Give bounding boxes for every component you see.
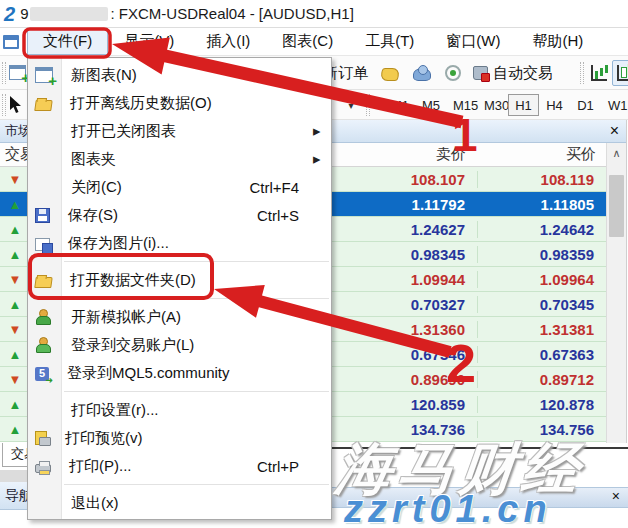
close-icon[interactable]: × (610, 121, 619, 141)
menu-item-label: 新图表(N) (71, 66, 137, 85)
price-direction-icon (0, 222, 30, 237)
menu-item-label: 打印预览(v) (65, 429, 143, 448)
file-menu-item[interactable]: 打开离线历史数据(O) (28, 89, 331, 117)
file-menu-item[interactable]: 保存为图片(i)... (28, 229, 331, 257)
file-menu-item[interactable]: 退出(x) (28, 489, 331, 517)
file-menu-item[interactable]: 打印设置(r)... (28, 396, 331, 424)
menu-bar: 文件(F) 显示(V) 插入(I) 图表(C) 工具(T) 窗口(W) 帮助(H… (0, 28, 628, 56)
close-icon[interactable]: × (612, 488, 620, 504)
file-menu-item[interactable]: 登录到MQL5.community (28, 359, 331, 387)
file-menu-item[interactable]: 图表夹 (28, 145, 331, 173)
file-menu-item[interactable]: 打开数据文件夹(D) (28, 266, 331, 294)
price-direction-icon (0, 272, 30, 287)
menu-item-icon (35, 464, 51, 473)
price-direction-icon (0, 247, 30, 262)
menu-item-label: 开新模拟帐户(A) (71, 308, 181, 327)
buy-price: 1.31381 (478, 321, 604, 338)
indicators-button[interactable] (376, 60, 404, 86)
buy-price: 0.98359 (478, 246, 604, 263)
buy-column-header[interactable]: 买价 (478, 145, 606, 164)
timeframe-button[interactable]: M15 (446, 94, 477, 116)
file-menu-item[interactable]: 新图表(N) (28, 61, 331, 89)
file-menu-dropdown: 新图表(N) 打开离线历史数据(O) 打开已关闭图表 图表夹 (27, 57, 332, 520)
title-bar: 2 9 : FXCM-USDReal04 - [AUDUSD,H1] (0, 0, 628, 28)
buy-price: 1.11805 (478, 196, 604, 213)
scrollbar-thumb[interactable] (609, 175, 624, 237)
candlestick-mode-button[interactable] (612, 60, 628, 86)
mql5-community-button[interactable] (408, 60, 436, 86)
buy-price: 0.70345 (478, 296, 604, 313)
file-menu-item[interactable]: 开新模拟帐户(A) (28, 303, 331, 331)
timeframe-button[interactable]: W1 (601, 94, 628, 116)
menu-item-icon (35, 67, 53, 83)
buy-price: 1.09964 (478, 271, 604, 288)
toolbar-grip[interactable] (2, 62, 6, 84)
menu-item-label: 图表夹 (71, 150, 116, 169)
autotrading-icon (473, 66, 488, 80)
menubar-item[interactable]: 帮助(H) (516, 28, 599, 55)
menu-item-label: 打开已关闭图表 (71, 122, 176, 141)
timeframe-button[interactable]: M5 (415, 94, 446, 116)
toolbar-dropdown-button[interactable]: ▾ (340, 98, 362, 114)
menubar-item[interactable]: 显示(V) (108, 28, 190, 55)
new-chart-icon[interactable] (9, 65, 26, 80)
menu-item-label: 关闭(C) (71, 178, 122, 197)
redacted-account-blur (30, 7, 108, 21)
menu-item-label: 打印(P)... (69, 457, 132, 476)
menu-item-icon (34, 277, 53, 288)
file-menu-item[interactable]: 关闭(C) Ctrl+F4 (28, 173, 331, 201)
buy-price: 108.119 (478, 171, 604, 188)
timeframe-button[interactable]: D1 (570, 94, 601, 116)
file-menu-item[interactable]: 保存(S) Ctrl+S (28, 201, 331, 229)
bar-chart-mode-button[interactable] (586, 60, 612, 86)
file-menu-item[interactable]: 打印(P)... Ctrl+P (28, 452, 331, 480)
terminal-header: × (300, 487, 628, 508)
menu-item-label: 保存为图片(i)... (68, 234, 169, 253)
options-button[interactable] (440, 60, 466, 86)
menu-item-icon (35, 431, 47, 445)
file-menu-item[interactable]: 登录到交易账户(L) (28, 331, 331, 359)
scroll-up-icon[interactable]: ∧ (607, 143, 626, 160)
menu-item-icon (35, 151, 53, 167)
window-title: : FXCM-USDReal04 - [AUDUSD,H1] (110, 5, 353, 22)
price-direction-icon (0, 172, 30, 187)
autotrading-button[interactable]: 自动交易 (468, 60, 558, 86)
buy-price: 0.67363 (478, 346, 604, 363)
toolbar-grip[interactable] (580, 62, 584, 84)
menubar-item[interactable]: 工具(T) (349, 28, 430, 55)
price-direction-icon (0, 197, 30, 212)
buy-price: 120.878 (478, 396, 604, 413)
cursor-tool-icon[interactable] (9, 96, 23, 114)
buy-price: 1.24642 (478, 221, 604, 238)
price-direction-icon (0, 347, 30, 362)
mt4-logo-icon: 2 (4, 4, 15, 24)
file-menu-item[interactable]: 打开已关闭图表 (28, 117, 331, 145)
timeframe-button[interactable]: M30 (477, 94, 508, 116)
menubar-items: 文件(F) 显示(V) 插入(I) 图表(C) 工具(T) 窗口(W) 帮助(H… (27, 28, 599, 55)
timeframe-button[interactable]: H1 (508, 94, 539, 116)
bar-chart-icon (591, 65, 607, 81)
menu-item-shortcut: Ctrl+S (257, 207, 299, 224)
menu-item-label: 登录到交易账户(L) (71, 336, 194, 355)
menu-item-icon (35, 179, 53, 195)
menu-item-label: 打印设置(r)... (71, 401, 159, 420)
chart-window-icon[interactable] (3, 35, 19, 49)
menu-item-label: 保存(S) (68, 206, 118, 225)
candlestick-icon (617, 65, 628, 81)
menu-item-icon (35, 337, 53, 353)
menubar-item[interactable]: 文件(F) (27, 28, 108, 55)
menu-item-label: 登录到MQL5.community (67, 364, 230, 383)
menubar-item[interactable]: 图表(C) (266, 28, 349, 55)
toolbar-grip[interactable] (366, 94, 370, 116)
file-menu-item[interactable]: 打印预览(v) (28, 424, 331, 452)
menu-item-icon (35, 123, 53, 139)
menu-item-icon (35, 309, 53, 325)
scrollbar[interactable]: ∧ (606, 143, 626, 443)
submenu-arrow-icon (313, 122, 327, 140)
mt4-window: 2 9 : FXCM-USDReal04 - [AUDUSD,H1] 文件(F)… (0, 0, 628, 528)
timeframe-button[interactable]: M1 (384, 94, 415, 116)
menubar-item[interactable]: 窗口(W) (430, 28, 516, 55)
timeframe-button[interactable]: H4 (539, 94, 570, 116)
toolbar-grip[interactable] (2, 94, 6, 116)
menubar-item[interactable]: 插入(I) (190, 28, 266, 55)
